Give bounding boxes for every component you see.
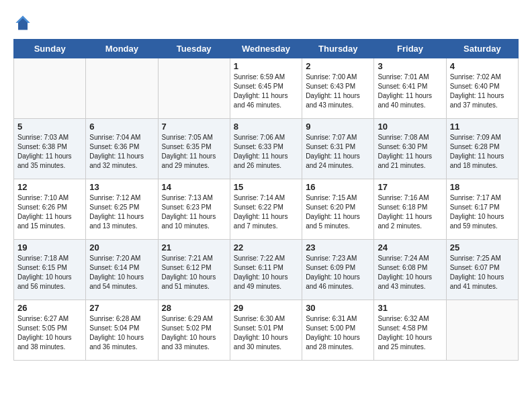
date-number: 28: [162, 303, 226, 313]
logo-icon: [13, 13, 32, 32]
date-number: 23: [306, 242, 370, 253]
week-row-3: 12Sunrise: 7:10 AM Sunset: 6:26 PM Dayli…: [14, 179, 519, 240]
cell-content: Sunrise: 6:27 AM Sunset: 5:05 PM Dayligh…: [17, 314, 82, 352]
calendar-cell: 6Sunrise: 7:04 AM Sunset: 6:36 PM Daylig…: [86, 119, 158, 179]
calendar-cell: 19Sunrise: 7:18 AM Sunset: 6:15 PM Dayli…: [14, 240, 86, 300]
day-header-friday: Friday: [374, 40, 446, 58]
cell-content: Sunrise: 7:20 AM Sunset: 6:14 PM Dayligh…: [89, 254, 154, 291]
cell-content: Sunrise: 7:02 AM Sunset: 6:40 PM Dayligh…: [450, 73, 515, 110]
calendar-cell: 16Sunrise: 7:15 AM Sunset: 6:20 PM Dayli…: [302, 179, 374, 240]
date-number: 7: [162, 122, 226, 132]
day-header-wednesday: Wednesday: [230, 40, 302, 58]
day-header-tuesday: Tuesday: [158, 40, 230, 58]
calendar-cell: 4Sunrise: 7:02 AM Sunset: 6:40 PM Daylig…: [446, 58, 518, 119]
calendar-cell: [86, 58, 158, 119]
cell-content: Sunrise: 7:21 AM Sunset: 6:12 PM Dayligh…: [162, 254, 226, 291]
cell-content: Sunrise: 7:06 AM Sunset: 6:33 PM Dayligh…: [234, 133, 298, 171]
calendar-cell: [14, 58, 86, 119]
calendar-body: 1Sunrise: 6:59 AM Sunset: 6:45 PM Daylig…: [14, 58, 519, 361]
date-number: 18: [450, 182, 515, 192]
calendar-cell: 25Sunrise: 7:25 AM Sunset: 6:07 PM Dayli…: [446, 240, 518, 300]
calendar-cell: 13Sunrise: 7:12 AM Sunset: 6:25 PM Dayli…: [86, 179, 158, 240]
date-number: 6: [89, 122, 154, 132]
calendar-cell: 7Sunrise: 7:05 AM Sunset: 6:35 PM Daylig…: [158, 119, 230, 179]
cell-content: Sunrise: 6:29 AM Sunset: 5:02 PM Dayligh…: [162, 314, 226, 352]
cell-content: Sunrise: 7:10 AM Sunset: 6:26 PM Dayligh…: [17, 193, 82, 231]
date-number: 31: [378, 303, 442, 313]
calendar-cell: [158, 58, 230, 119]
calendar-cell: 1Sunrise: 6:59 AM Sunset: 6:45 PM Daylig…: [230, 58, 302, 119]
cell-content: Sunrise: 7:09 AM Sunset: 6:28 PM Dayligh…: [450, 133, 515, 171]
date-number: 16: [306, 182, 370, 192]
date-number: 21: [162, 242, 226, 253]
cell-content: Sunrise: 7:15 AM Sunset: 6:20 PM Dayligh…: [306, 193, 370, 231]
date-number: 15: [234, 182, 298, 192]
cell-content: Sunrise: 7:01 AM Sunset: 6:41 PM Dayligh…: [378, 73, 442, 110]
calendar-cell: 8Sunrise: 7:06 AM Sunset: 6:33 PM Daylig…: [230, 119, 302, 179]
cell-content: Sunrise: 7:00 AM Sunset: 6:43 PM Dayligh…: [306, 73, 370, 110]
calendar-cell: 11Sunrise: 7:09 AM Sunset: 6:28 PM Dayli…: [446, 119, 518, 179]
cell-content: Sunrise: 7:24 AM Sunset: 6:08 PM Dayligh…: [378, 254, 442, 291]
calendar-cell: 28Sunrise: 6:29 AM Sunset: 5:02 PM Dayli…: [158, 300, 230, 361]
cell-content: Sunrise: 7:13 AM Sunset: 6:23 PM Dayligh…: [162, 193, 226, 231]
cell-content: Sunrise: 7:22 AM Sunset: 6:11 PM Dayligh…: [234, 254, 298, 291]
day-header-row: SundayMondayTuesdayWednesdayThursdayFrid…: [14, 40, 519, 58]
date-number: 29: [234, 303, 298, 313]
calendar-cell: 23Sunrise: 7:23 AM Sunset: 6:09 PM Dayli…: [302, 240, 374, 300]
cell-content: Sunrise: 6:30 AM Sunset: 5:01 PM Dayligh…: [234, 314, 298, 352]
calendar-table: SundayMondayTuesdayWednesdayThursdayFrid…: [13, 39, 519, 361]
date-number: 26: [17, 303, 82, 313]
calendar-cell: 18Sunrise: 7:17 AM Sunset: 6:17 PM Dayli…: [446, 179, 518, 240]
cell-content: Sunrise: 7:17 AM Sunset: 6:17 PM Dayligh…: [450, 193, 515, 231]
date-number: 24: [378, 242, 442, 253]
cell-content: Sunrise: 6:28 AM Sunset: 5:04 PM Dayligh…: [89, 314, 154, 352]
calendar-cell: 27Sunrise: 6:28 AM Sunset: 5:04 PM Dayli…: [86, 300, 158, 361]
date-number: 30: [306, 303, 370, 313]
date-number: 20: [89, 242, 154, 253]
calendar-cell: 26Sunrise: 6:27 AM Sunset: 5:05 PM Dayli…: [14, 300, 86, 361]
date-number: 4: [450, 61, 515, 71]
calendar-cell: [446, 300, 518, 361]
calendar-cell: 24Sunrise: 7:24 AM Sunset: 6:08 PM Dayli…: [374, 240, 446, 300]
cell-content: Sunrise: 7:18 AM Sunset: 6:15 PM Dayligh…: [17, 254, 82, 291]
date-number: 2: [306, 61, 370, 71]
date-number: 3: [378, 61, 442, 71]
calendar-cell: 5Sunrise: 7:03 AM Sunset: 6:38 PM Daylig…: [14, 119, 86, 179]
date-number: 10: [378, 122, 442, 132]
calendar-cell: 15Sunrise: 7:14 AM Sunset: 6:22 PM Dayli…: [230, 179, 302, 240]
date-number: 14: [162, 182, 226, 192]
date-number: 12: [17, 182, 82, 192]
date-number: 27: [89, 303, 154, 313]
calendar-cell: 29Sunrise: 6:30 AM Sunset: 5:01 PM Dayli…: [230, 300, 302, 361]
cell-content: Sunrise: 7:12 AM Sunset: 6:25 PM Dayligh…: [89, 193, 154, 231]
cell-content: Sunrise: 7:04 AM Sunset: 6:36 PM Dayligh…: [89, 133, 154, 171]
calendar-cell: 20Sunrise: 7:20 AM Sunset: 6:14 PM Dayli…: [86, 240, 158, 300]
week-row-1: 1Sunrise: 6:59 AM Sunset: 6:45 PM Daylig…: [14, 58, 519, 119]
day-header-monday: Monday: [86, 40, 158, 58]
cell-content: Sunrise: 7:08 AM Sunset: 6:30 PM Dayligh…: [378, 133, 442, 171]
cell-content: Sunrise: 6:31 AM Sunset: 5:00 PM Dayligh…: [306, 314, 370, 352]
date-number: 13: [89, 182, 154, 192]
calendar-cell: 21Sunrise: 7:21 AM Sunset: 6:12 PM Dayli…: [158, 240, 230, 300]
day-header-sunday: Sunday: [14, 40, 86, 58]
date-number: 1: [234, 61, 298, 71]
cell-content: Sunrise: 6:32 AM Sunset: 4:58 PM Dayligh…: [378, 314, 442, 352]
date-number: 5: [17, 122, 82, 132]
date-number: 25: [450, 242, 515, 253]
week-row-4: 19Sunrise: 7:18 AM Sunset: 6:15 PM Dayli…: [14, 240, 519, 300]
calendar-cell: 2Sunrise: 7:00 AM Sunset: 6:43 PM Daylig…: [302, 58, 374, 119]
date-number: 17: [378, 182, 442, 192]
cell-content: Sunrise: 6:59 AM Sunset: 6:45 PM Dayligh…: [234, 73, 298, 110]
date-number: 9: [306, 122, 370, 132]
date-number: 19: [17, 242, 82, 253]
week-row-5: 26Sunrise: 6:27 AM Sunset: 5:05 PM Dayli…: [14, 300, 519, 361]
date-number: 11: [450, 122, 515, 132]
day-header-thursday: Thursday: [302, 40, 374, 58]
cell-content: Sunrise: 7:23 AM Sunset: 6:09 PM Dayligh…: [306, 254, 370, 291]
calendar-cell: 9Sunrise: 7:07 AM Sunset: 6:31 PM Daylig…: [302, 119, 374, 179]
cell-content: Sunrise: 7:07 AM Sunset: 6:31 PM Dayligh…: [306, 133, 370, 171]
date-number: 22: [234, 242, 298, 253]
calendar-cell: 31Sunrise: 6:32 AM Sunset: 4:58 PM Dayli…: [374, 300, 446, 361]
calendar-cell: 10Sunrise: 7:08 AM Sunset: 6:30 PM Dayli…: [374, 119, 446, 179]
cell-content: Sunrise: 7:05 AM Sunset: 6:35 PM Dayligh…: [162, 133, 226, 171]
